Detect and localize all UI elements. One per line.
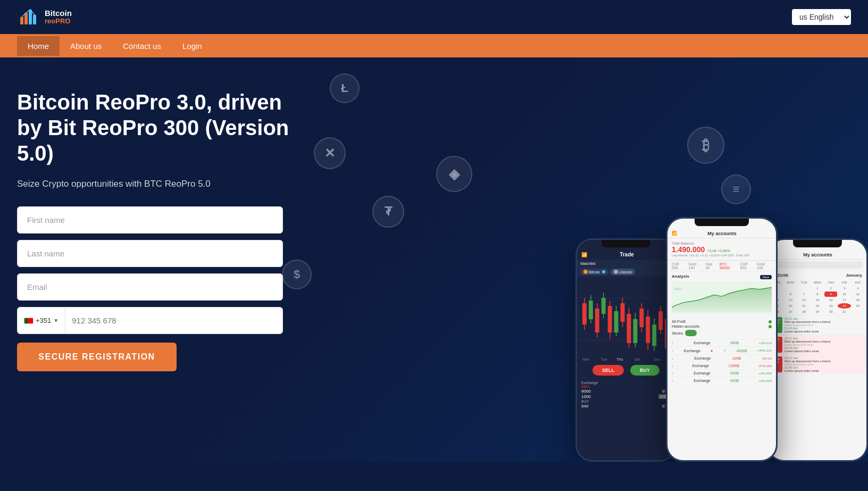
stocks-label: Stocks xyxy=(672,331,683,335)
ex-change-1: +2%-110 xyxy=(759,342,772,345)
sell-button[interactable]: SELL xyxy=(592,365,624,376)
buy-button[interactable]: BUY xyxy=(630,365,660,376)
hero-title: Bitcoin ReoPro 3.0, driven by Bit ReoPro… xyxy=(17,89,294,166)
phone-calendar-screen: 📶 My accounts ☰ 2021/06 January S xyxy=(769,240,866,460)
sched-text-1b: Lorem ipsum dolor amet xyxy=(784,330,863,333)
phone-dropdown-icon[interactable]: ▼ xyxy=(53,318,59,323)
ex-label-1: Exchange xyxy=(694,341,710,345)
cal-tue-header: TUE xyxy=(798,280,811,285)
svg-rect-3 xyxy=(29,10,32,24)
ex-amount-4: -1266$ xyxy=(728,364,739,368)
schedule-item-fri24: FRI 24 10:17 am Pick up documents from a… xyxy=(769,354,866,374)
exchange-item-5: ↑ Exchange 600$ +2%-200 xyxy=(667,369,776,377)
cal-week-1: 1 2 3 4 xyxy=(771,286,864,291)
col-gold: Gold 100 xyxy=(689,262,704,270)
email-input[interactable] xyxy=(17,273,283,301)
col-btc: BTC 38000 xyxy=(720,262,738,270)
schedule-list: Mon 24 10:21 am Pick up documents from a… xyxy=(769,315,866,374)
schedule-content-1: 10:21 am Pick up documents from a friend… xyxy=(784,317,863,333)
total-balance-section: Total Balance 1.490.000 +3,44 +3,88% Las… xyxy=(667,238,776,261)
svg-text:Mon: Mon xyxy=(582,357,590,361)
schedule-content-2: 10:17 am Pick up documents from a friend… xyxy=(784,337,863,353)
svg-rect-44 xyxy=(658,311,663,330)
cal-today-24: 24 xyxy=(838,303,850,309)
schedule-item-mon24: Mon 24 10:21 am Pick up documents from a… xyxy=(769,315,866,335)
cal-title: My accounts xyxy=(803,252,832,257)
btc-dot xyxy=(583,270,588,274)
phone-flag-selector[interactable]: +351 ▼ xyxy=(18,307,65,334)
phone-calendar: 📶 My accounts ☰ 2021/06 January S xyxy=(767,238,868,462)
total-balance-change: +3,44 +3,88% xyxy=(707,249,730,253)
phone-input[interactable] xyxy=(65,307,282,334)
language-select[interactable]: us English es Spanish fr French de Germa… xyxy=(792,9,851,25)
ex-label-6: Exchange xyxy=(694,379,710,382)
cal-mon-header: MON xyxy=(784,280,797,285)
nav-contact[interactable]: Contact us xyxy=(112,36,172,56)
accounts-header: 📶 My accounts ☰ xyxy=(667,227,776,238)
svg-rect-23 xyxy=(614,311,619,332)
svg-text:Tue: Tue xyxy=(601,357,607,361)
cal-week-3: 12 13 14 15 16 17 18 xyxy=(771,297,864,303)
ex-change-3: -1%-52 xyxy=(762,357,772,360)
ex-amount-6: 600$ xyxy=(730,379,739,382)
ex-change-4: -27%-160 xyxy=(758,364,772,368)
phone-code: +351 xyxy=(36,317,51,324)
bitcoin-float-icon: ₿ xyxy=(687,127,724,164)
logo-reopro: reoPRO xyxy=(45,18,72,25)
ex-label-2: Exchange xyxy=(684,349,700,353)
first-name-input[interactable] xyxy=(17,206,283,234)
ethereum-icon: ◈ xyxy=(436,156,472,192)
col-gold2: Gold 100 xyxy=(757,262,772,270)
btc-indicator xyxy=(602,270,605,273)
ex-up-icon-3: ↓ xyxy=(672,356,674,360)
trade-title: Trade xyxy=(620,252,634,257)
watchlist-bar: Watchlist xyxy=(577,260,675,268)
ex-amount-2: 4000$ xyxy=(737,349,747,353)
cal-grid: SUN MON TUE WED THU FRI SAT 1 2 xyxy=(769,280,866,314)
ex-label-3: Exchange xyxy=(694,356,711,360)
ex-change-6: +2%-200 xyxy=(759,379,772,382)
nav-home[interactable]: Home xyxy=(17,36,60,56)
ex-amount-1: 600$ xyxy=(730,341,739,345)
accounts-toolbar: CHF 505 Gold 100 Gas 40 BTC 38000 CHF 50… xyxy=(667,261,776,272)
exchange-item-6: ↑ Exchange 600$ +2%-200 xyxy=(667,377,776,384)
svg-rect-17 xyxy=(602,298,606,314)
hidden-accounts-label: Hidden accounts xyxy=(672,324,699,328)
hero-left: Bitcoin ReoPro 3.0, driven by Bit ReoPro… xyxy=(17,84,294,371)
cal-header: 📶 My accounts ☰ xyxy=(769,248,866,260)
svg-text:2.1++: 2.1++ xyxy=(674,287,682,290)
cal-month-name: January xyxy=(846,273,862,278)
svg-rect-35 xyxy=(639,309,644,327)
svg-rect-1 xyxy=(20,17,23,24)
accounts-menu-icon: ☰ xyxy=(767,230,772,236)
ltc-dot xyxy=(614,270,618,274)
total-balance-amount: 1.490.000 xyxy=(672,245,705,254)
nav-about[interactable]: About us xyxy=(60,36,112,56)
ex-up-icon-5: ↑ xyxy=(672,371,674,375)
nav-login[interactable]: Login xyxy=(172,36,213,56)
watchlist-items: Bitcoin Litecoin xyxy=(577,268,675,277)
new-badge: New xyxy=(760,275,772,279)
svg-text:Thu: Thu xyxy=(617,357,623,361)
phone-trade: 📶 Trade ☰ Watchlist Bitcoin xyxy=(575,238,677,462)
exchange-row-1: 9000 BTC xyxy=(581,389,671,394)
last-info: Last Month: 191.51 +0.11 +3.51% CHF 505 … xyxy=(672,254,772,257)
mini-chart: 2.1++ xyxy=(672,281,772,313)
svg-rect-38 xyxy=(646,317,650,343)
exchange-list: ↑ Exchange 600$ +2%-110 ↑ Exchange ♥ ✓ 4… xyxy=(667,339,776,384)
stocks-toggle[interactable] xyxy=(685,330,697,336)
cal-day-9: 9 xyxy=(824,292,837,297)
exchange-sell-label: SELL xyxy=(581,385,671,388)
candlestick-chart: Mon Tue Thu Sat Sun xyxy=(577,277,675,362)
watchlist-bitcoin: Bitcoin xyxy=(580,269,608,275)
watchlist-litecoin: Litecoin xyxy=(611,269,635,275)
cal-month-header: 2021/06 January xyxy=(769,271,866,280)
exchange-item-4: ↓ Exchange -1266$ -27%-160 xyxy=(667,362,776,369)
hero-subtitle: Seize Crypto opportunities with BTC ReoP… xyxy=(17,179,294,189)
register-button[interactable]: SECURE REGISTRATION xyxy=(17,343,177,371)
solana-icon: ≡ xyxy=(721,174,751,204)
stocks-row: Stocks xyxy=(672,330,772,336)
last-name-input[interactable] xyxy=(17,240,283,267)
tether-icon: ₮ xyxy=(372,196,404,228)
exchange-row-3: 640 ETH xyxy=(581,404,671,409)
